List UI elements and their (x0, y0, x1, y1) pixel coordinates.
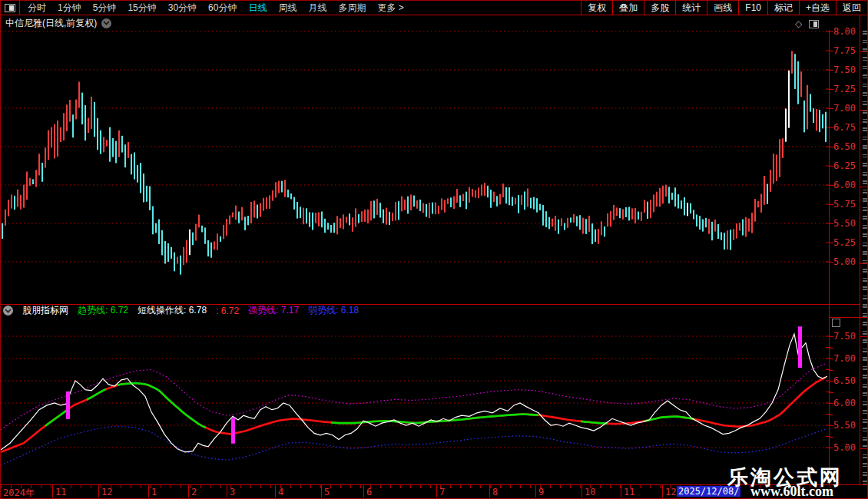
candle-bar (373, 200, 375, 218)
right-tab-strip[interactable] (860, 15, 868, 498)
candle-bar (333, 223, 335, 233)
toolbar-button-F10[interactable]: F10 (738, 1, 767, 15)
candle-bar (502, 183, 504, 197)
strip-separator (860, 51, 868, 52)
date-separator (581, 485, 582, 497)
candle-bar (656, 192, 658, 207)
candle-bar (315, 213, 316, 223)
candle-bar (220, 236, 221, 242)
candle-bar (625, 207, 627, 217)
date-separator (363, 485, 364, 497)
toolbar-button-复权[interactable]: 复权 (581, 1, 612, 15)
candle-bar (690, 203, 691, 213)
candle-bar (41, 163, 43, 182)
period-1分钟[interactable]: 1分钟 (58, 2, 81, 15)
candle-bar (269, 195, 270, 209)
date-label: 2 (191, 487, 197, 497)
period-toolbar: 分时1分钟5分钟15分钟30分钟60分钟日线周线月线多周期更多 > (20, 2, 404, 15)
candle-bar (794, 54, 796, 89)
date-separator (489, 485, 490, 497)
indicator-collapse-icon[interactable] (3, 306, 13, 316)
candle-bar (570, 217, 571, 222)
candle-bar (601, 221, 602, 235)
period-30分钟[interactable]: 30分钟 (168, 2, 197, 15)
period-更多 >[interactable]: 更多 > (377, 2, 403, 15)
period-15分钟[interactable]: 15分钟 (128, 2, 156, 15)
candle-bar (2, 223, 3, 239)
candle-bar (662, 186, 664, 204)
candle-bar (398, 201, 399, 220)
candle-bar (788, 71, 790, 128)
candle-bar (250, 202, 252, 223)
price-tick-sub (830, 392, 833, 393)
period-多周期[interactable]: 多周期 (338, 2, 366, 15)
date-label: 6 (366, 487, 372, 497)
candle-bar (619, 208, 621, 218)
candle-bar (509, 187, 510, 205)
toolbar-button-返回[interactable]: 返回 (836, 1, 867, 15)
candle-bar (782, 138, 784, 158)
candle-bar (207, 240, 209, 256)
candle-bar (361, 211, 363, 222)
period-日线[interactable]: 日线 (248, 2, 267, 15)
toolbar-button-+自选[interactable]: +自选 (799, 1, 836, 15)
price-tick-sub (830, 403, 833, 404)
toolbar-button-叠加[interactable]: 叠加 (612, 1, 644, 15)
date-separator (98, 485, 99, 497)
toolbar-button-多股[interactable]: 多股 (644, 1, 675, 15)
main-candle-chart[interactable] (1, 30, 830, 303)
period-分时[interactable]: 分时 (28, 2, 46, 15)
candle-bar (303, 208, 304, 225)
candle-bar (241, 207, 243, 220)
window-split-icon[interactable] (1, 1, 20, 15)
period-周线[interactable]: 周线 (278, 2, 297, 15)
candle-bar (708, 219, 710, 234)
layout-icon[interactable] (809, 20, 819, 28)
price-label-main: 8.00 (833, 26, 860, 37)
candle-bar (395, 202, 396, 220)
candle-bar (149, 187, 151, 210)
candle-bar (764, 176, 765, 205)
candle-bar (247, 216, 249, 225)
price-label-sub: 5.50 (833, 420, 860, 431)
candle-bar (14, 196, 15, 210)
candle-bar (459, 195, 461, 207)
candle-bar (244, 216, 246, 230)
candle-bar (733, 229, 734, 240)
candle-bar (100, 131, 101, 154)
title-dropdown-icon[interactable] (101, 18, 111, 28)
candle-bar (524, 191, 525, 210)
app-window: 分时1分钟5分钟15分钟30分钟60分钟日线周线月线多周期更多 > 复权叠加多股… (0, 0, 868, 499)
candle-bar (253, 200, 255, 217)
candle-bar (595, 230, 596, 242)
panel-expand-icon[interactable] (832, 319, 840, 327)
price-label-main: 5.25 (833, 237, 860, 248)
candle-bar (684, 197, 685, 216)
toolbar-button-画线[interactable]: 画线 (707, 1, 738, 15)
date-label: 11 (55, 487, 66, 497)
diamond-icon[interactable]: ◇ (795, 18, 802, 29)
candle-bar (429, 203, 430, 218)
candle-bar (161, 230, 163, 256)
candle-bar (180, 256, 181, 275)
period-60分钟[interactable]: 60分钟 (208, 2, 237, 15)
candle-bar (392, 213, 393, 221)
candle-bar (530, 198, 532, 209)
candle-bar (410, 195, 412, 210)
date-label: 2024年 (3, 487, 35, 499)
toolbar-button-统计[interactable]: 统计 (675, 1, 707, 15)
period-月线[interactable]: 月线 (308, 2, 326, 15)
candle-bar (724, 233, 725, 250)
candle-bar (745, 217, 747, 237)
period-5分钟[interactable]: 5分钟 (93, 2, 117, 15)
date-separator (621, 485, 621, 497)
price-label-main: 7.25 (833, 84, 860, 94)
toolbar-button-标记[interactable]: 标记 (767, 1, 799, 15)
line-趋势线 (1, 377, 826, 452)
candle-bar (324, 219, 326, 233)
indicator-chart[interactable] (1, 317, 830, 483)
candle-bar (742, 220, 744, 236)
candle-bar (791, 51, 793, 73)
candle-bar (462, 194, 464, 201)
line-短线操作线 (1, 334, 827, 452)
